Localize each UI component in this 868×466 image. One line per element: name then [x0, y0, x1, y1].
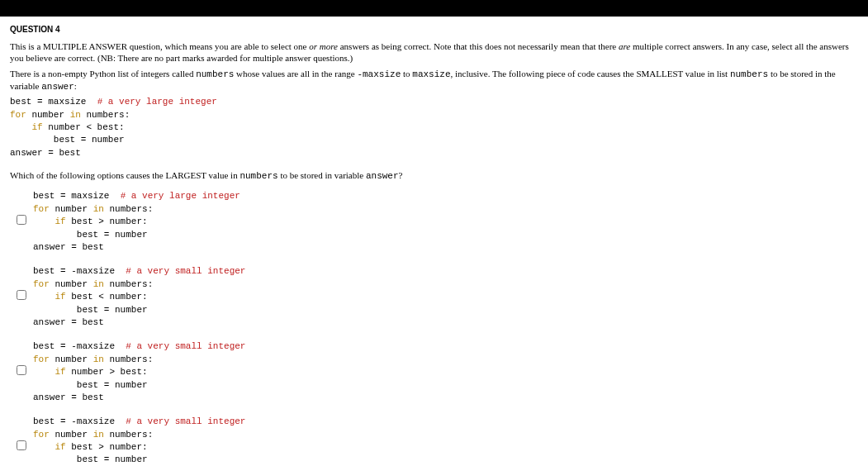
code-text	[10, 122, 31, 132]
code-text: number	[50, 279, 93, 289]
text: to be stored in variable	[278, 170, 366, 180]
code-comment: # a very small integer	[126, 416, 245, 426]
code-keyword: in	[93, 354, 104, 364]
emph: are	[619, 41, 630, 51]
text: answers as being correct. Note that this…	[338, 41, 619, 51]
prompt-paragraph: Which of the following options causes th…	[10, 169, 858, 182]
option-a-code: best = maxsize # a very large integer fo…	[33, 190, 240, 254]
code-keyword: in	[93, 279, 104, 289]
code-keyword: if	[55, 292, 65, 302]
code-text: numbers:	[104, 204, 153, 214]
text: This is a MULTIPLE ANSWER question, whic…	[10, 41, 309, 51]
code-comment: # a very large integer	[121, 191, 240, 201]
code-text: number	[50, 430, 93, 440]
code-keyword: if	[55, 216, 65, 226]
code-keyword: in	[93, 430, 104, 440]
code-text: numbers:	[104, 354, 153, 364]
question-page: QUESTION 4 This is a MULTIPLE ANSWER que…	[0, 17, 868, 466]
code-keyword: in	[93, 204, 104, 214]
code-keyword: for	[33, 204, 50, 214]
text: to	[401, 69, 412, 78]
code-text: best = maxsize	[33, 191, 121, 201]
code-text: best < number:	[66, 292, 148, 302]
code-keyword: for	[33, 354, 50, 364]
option-d: best = -maxsize # a very small integer f…	[10, 416, 858, 466]
text: , inclusive. The following piece of code…	[451, 69, 730, 78]
code-keyword: if	[55, 367, 65, 377]
code-text: number < best:	[43, 122, 125, 132]
code-text: numbers:	[81, 110, 130, 120]
top-black-bar	[0, 0, 868, 17]
question-number: QUESTION 4	[10, 25, 858, 34]
code-text: answer = best	[33, 317, 104, 327]
code-text: best = number	[33, 305, 148, 315]
code-text: number > best:	[66, 367, 148, 377]
code-keyword: if	[55, 442, 65, 452]
code-comment: # a very small integer	[126, 266, 245, 276]
code-text: numbers:	[104, 279, 153, 289]
code-keyword: in	[70, 110, 81, 120]
code-keyword: for	[10, 110, 26, 120]
option-a-checkbox[interactable]	[17, 215, 26, 225]
text: whose values are all in the range	[234, 69, 357, 78]
code-text: best = number	[33, 230, 148, 240]
code-text: best = maxsize	[10, 97, 97, 107]
code-text: number	[26, 110, 70, 120]
code-text: answer = best	[10, 148, 81, 158]
emph: or more	[309, 41, 338, 51]
code-text: best = -maxsize	[33, 266, 126, 276]
code-keyword: for	[33, 430, 50, 440]
code-inline: numbers	[730, 69, 768, 79]
code-text: numbers:	[104, 430, 153, 440]
code-inline: answer	[366, 171, 399, 181]
option-a: best = maxsize # a very large integer fo…	[10, 190, 858, 254]
code-inline: numbers	[196, 69, 234, 79]
option-c-checkbox[interactable]	[17, 365, 26, 375]
code-text	[33, 442, 55, 452]
code-inline: numbers	[240, 171, 277, 181]
intro-paragraph-1: This is a MULTIPLE ANSWER question, whic…	[10, 40, 858, 64]
code-keyword: for	[33, 279, 50, 289]
code-text: best = number	[33, 454, 148, 464]
code-text: best > number:	[66, 216, 148, 226]
code-text: best > number:	[66, 442, 148, 452]
text: Which of the following options causes th…	[10, 170, 240, 180]
code-text: answer = best	[33, 242, 104, 252]
code-text: best = number	[10, 135, 125, 145]
code-text: best = number	[33, 380, 148, 390]
code-keyword: if	[31, 122, 42, 132]
text: ?	[399, 170, 403, 180]
option-c: best = -maxsize # a very small integer f…	[10, 340, 858, 404]
intro-paragraph-2: There is a non-empty Python list of inte…	[10, 68, 858, 93]
code-text: best = -maxsize	[33, 416, 126, 426]
option-c-code: best = -maxsize # a very small integer f…	[33, 340, 245, 404]
code-comment: # a very small integer	[126, 341, 245, 351]
code-text: best = -maxsize	[33, 341, 126, 351]
code-text	[33, 292, 55, 302]
code-inline: maxsize	[412, 69, 450, 79]
code-comment: # a very large integer	[97, 97, 217, 107]
code-text	[33, 216, 55, 226]
code-text: number	[50, 204, 93, 214]
text: :	[74, 81, 77, 91]
text: There is a non-empty Python list of inte…	[10, 69, 196, 78]
option-b: best = -maxsize # a very small integer f…	[10, 265, 858, 329]
code-text: number	[50, 354, 93, 364]
code-inline: -maxsize	[357, 69, 401, 79]
code-inline: answer	[41, 82, 74, 92]
sample-code-block: best = maxsize # a very large integer fo…	[10, 96, 858, 159]
option-b-checkbox[interactable]	[17, 290, 26, 300]
option-d-checkbox[interactable]	[17, 440, 26, 450]
option-d-code: best = -maxsize # a very small integer f…	[33, 416, 245, 466]
code-text	[33, 367, 55, 377]
code-text: answer = best	[33, 392, 104, 402]
option-b-code: best = -maxsize # a very small integer f…	[33, 265, 245, 329]
